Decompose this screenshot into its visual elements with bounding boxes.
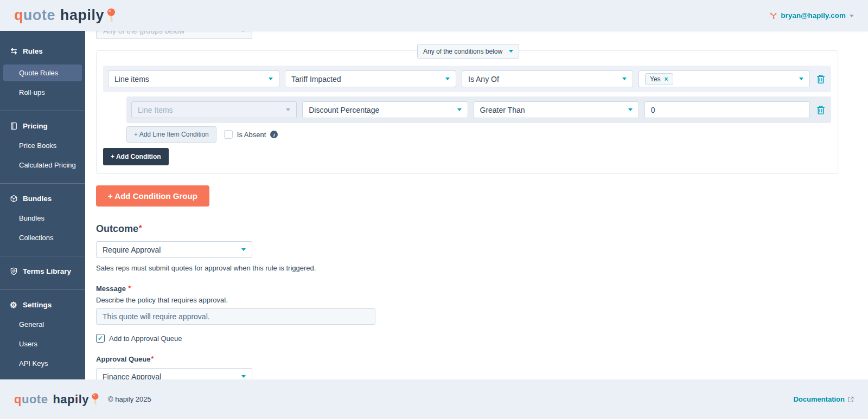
app-header: quotehapily bryan@hapily.com bbox=[0, 0, 868, 31]
sidebar-section-settings[interactable]: ⚙ Settings bbox=[0, 296, 85, 313]
sidebar-section-label: Settings bbox=[23, 301, 52, 309]
condition-operator-select[interactable]: Is Any Of bbox=[462, 70, 633, 87]
required-asterisk: * bbox=[139, 223, 142, 232]
outcome-heading: Outcome* bbox=[96, 223, 838, 235]
delete-condition-button[interactable] bbox=[815, 74, 826, 84]
condition-property-select[interactable]: Tariff Impacted bbox=[285, 70, 456, 87]
sidebar: Rules Quote Rules Roll-ups Pricing Price… bbox=[0, 31, 85, 379]
required-asterisk: * bbox=[151, 355, 154, 363]
line-item-value-input[interactable] bbox=[644, 101, 810, 118]
copyright-text: © hapily 2025 bbox=[108, 395, 151, 403]
trash-icon bbox=[816, 105, 825, 115]
condition-row: Line items Tariff Impacted Is Any Of Yes… bbox=[103, 66, 831, 92]
line-item-object-select: Line Items bbox=[131, 101, 297, 118]
sidebar-section-label: Terms Library bbox=[23, 267, 71, 275]
outcome-select[interactable]: Require Approval bbox=[96, 241, 252, 258]
popsicle-icon bbox=[91, 393, 99, 405]
info-icon[interactable]: i bbox=[270, 131, 278, 138]
app-footer: quotehapily © hapily 2025 Documentation bbox=[0, 379, 868, 419]
outcome-help-text: Sales reps must submit quotes for approv… bbox=[96, 264, 838, 272]
conditions-operator-select[interactable]: Any of the conditions below bbox=[417, 44, 519, 59]
condition-value-multiselect[interactable]: Yes × bbox=[639, 70, 810, 87]
pricing-book-icon bbox=[9, 122, 18, 130]
rules-icon bbox=[9, 47, 18, 55]
app-logo[interactable]: quotehapily bbox=[14, 7, 116, 24]
sidebar-divider bbox=[0, 183, 85, 184]
condition-object-select[interactable]: Line items bbox=[108, 70, 279, 87]
sidebar-section-label: Pricing bbox=[23, 122, 48, 130]
chevron-down-icon bbox=[799, 78, 803, 80]
sidebar-item-bundles[interactable]: Bundles bbox=[0, 210, 85, 227]
condition-group-card: Any of the conditions below Line items T… bbox=[96, 50, 838, 174]
line-item-condition-row: Line Items Discount Percentage Greater T… bbox=[126, 96, 831, 123]
logo-hapily-text: hapily bbox=[53, 392, 89, 407]
line-item-operator-select[interactable]: Greater Than bbox=[474, 101, 639, 118]
chevron-down-icon bbox=[445, 78, 450, 80]
delete-line-item-condition-button[interactable] bbox=[815, 105, 826, 115]
logo-quote-text: quote bbox=[14, 7, 55, 24]
chevron-down-icon bbox=[509, 50, 513, 53]
settings-gear-icon: ⚙ bbox=[9, 301, 18, 309]
sidebar-divider bbox=[0, 256, 85, 256]
popsicle-icon bbox=[106, 8, 116, 23]
chevron-down-icon bbox=[628, 108, 633, 111]
user-email: bryan@hapily.com bbox=[781, 11, 846, 20]
logo-hapily-text: hapily bbox=[60, 7, 104, 24]
terms-shield-icon: @ bbox=[9, 267, 18, 275]
chevron-down-icon bbox=[241, 375, 246, 378]
value-tag: Yes × bbox=[645, 73, 673, 85]
add-to-approval-queue-checkbox[interactable]: ✓ bbox=[96, 334, 105, 343]
message-label: Message * bbox=[96, 285, 838, 293]
sidebar-item-general[interactable]: General bbox=[0, 316, 85, 333]
add-to-approval-queue-label: Add to Approval Queue bbox=[109, 334, 182, 343]
sidebar-item-roll-ups[interactable]: Roll-ups bbox=[0, 84, 85, 101]
add-line-item-condition-button[interactable]: + Add Line Item Condition bbox=[126, 126, 216, 143]
sidebar-section-bundles[interactable]: Bundles bbox=[0, 190, 85, 207]
message-help-text: Describe the policy that requires approv… bbox=[96, 296, 838, 304]
external-link-icon bbox=[847, 396, 854, 403]
sidebar-divider bbox=[0, 111, 85, 111]
chevron-down-icon bbox=[850, 15, 854, 17]
add-condition-group-button[interactable]: + Add Condition Group bbox=[96, 185, 209, 207]
rule-editor-content: Any of the groups below Any of the condi… bbox=[85, 31, 868, 379]
sidebar-section-rules[interactable]: Rules bbox=[0, 43, 85, 60]
sidebar-divider bbox=[0, 289, 85, 290]
required-asterisk: * bbox=[129, 285, 131, 292]
sidebar-item-collections[interactable]: Collections bbox=[0, 229, 85, 246]
sidebar-item-calculated-pricing[interactable]: Calculated Pricing bbox=[0, 157, 85, 173]
sidebar-section-pricing[interactable]: Pricing bbox=[0, 118, 85, 134]
footer-logo: quotehapily bbox=[14, 392, 99, 407]
chevron-down-icon bbox=[241, 248, 246, 251]
chevron-down-icon bbox=[286, 108, 290, 111]
sidebar-item-price-books[interactable]: Price Books bbox=[0, 137, 85, 154]
svg-text:@: @ bbox=[12, 269, 16, 273]
documentation-link[interactable]: Documentation bbox=[793, 395, 854, 403]
sidebar-section-label: Bundles bbox=[23, 195, 52, 203]
trash-icon bbox=[816, 74, 825, 84]
add-condition-button[interactable]: + Add Condition bbox=[103, 148, 169, 165]
chevron-down-icon bbox=[457, 108, 462, 111]
is-absent-checkbox[interactable] bbox=[224, 130, 233, 139]
message-input[interactable] bbox=[96, 308, 375, 325]
hubspot-sprocket-icon bbox=[769, 11, 777, 20]
chevron-down-icon bbox=[269, 78, 273, 80]
sidebar-section-terms-library[interactable]: @ Terms Library bbox=[0, 263, 85, 280]
sidebar-item-quote-rules[interactable]: Quote Rules bbox=[3, 65, 82, 81]
chevron-down-icon bbox=[622, 78, 627, 80]
bundles-box-icon bbox=[9, 195, 18, 203]
is-absent-label: Is Absent bbox=[237, 131, 266, 139]
sidebar-item-manage-subscription[interactable]: Manage Subscription bbox=[0, 375, 85, 379]
remove-tag-icon[interactable]: × bbox=[665, 75, 668, 83]
logo-quote-text: quote bbox=[14, 392, 48, 407]
sidebar-section-label: Rules bbox=[23, 47, 43, 55]
approval-queue-label: Approval Queue* bbox=[96, 355, 838, 363]
sidebar-item-users[interactable]: Users bbox=[0, 336, 85, 352]
user-menu[interactable]: bryan@hapily.com bbox=[769, 11, 854, 20]
sidebar-item-api-keys[interactable]: API Keys bbox=[0, 355, 85, 372]
line-item-property-select[interactable]: Discount Percentage bbox=[302, 101, 468, 118]
